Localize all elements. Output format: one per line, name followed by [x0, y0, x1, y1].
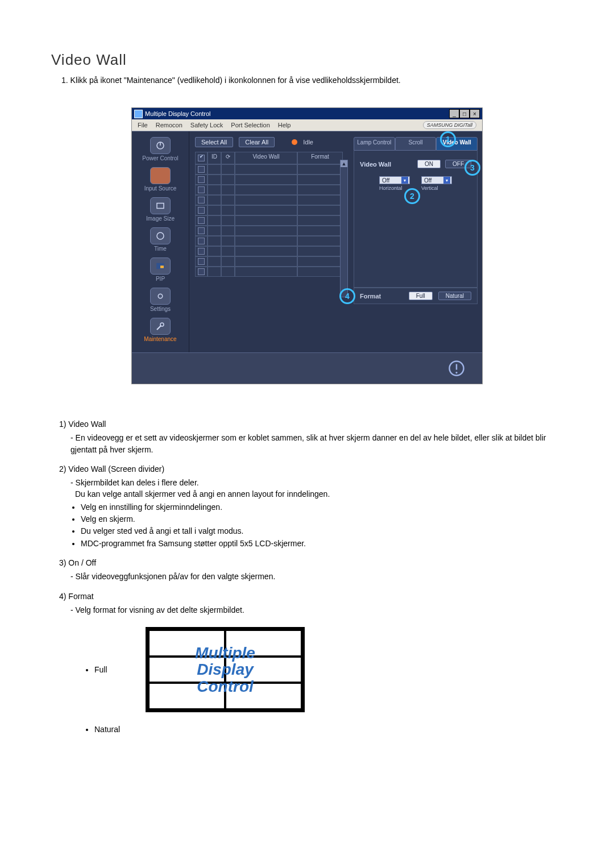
menu-safety-lock[interactable]: Safety Lock — [190, 122, 223, 128]
table-row[interactable] — [195, 267, 346, 277]
right-panel: Lamp Control Scroll Video Wall 1 Video W… — [349, 131, 482, 352]
row-checkbox[interactable] — [198, 238, 205, 244]
table-row[interactable] — [195, 185, 346, 195]
row-checkbox[interactable] — [198, 197, 205, 203]
sidebar-item-label: Maintenance — [133, 336, 188, 342]
chevron-down-icon: ▾ — [443, 177, 450, 184]
col-video-wall: Video Wall — [235, 152, 297, 164]
menu-remocon[interactable]: Remocon — [156, 122, 182, 128]
item-3-desc: - Slår videoveggfunksjonen på/av for den… — [70, 571, 563, 582]
row-checkbox[interactable] — [198, 217, 205, 224]
horizontal-caption: Horizontal — [379, 185, 410, 191]
svg-point-6 — [158, 294, 163, 298]
table-row[interactable] — [195, 246, 346, 256]
horizontal-select[interactable]: Off ▾ — [379, 176, 410, 184]
svg-rect-5 — [160, 265, 164, 268]
table-row[interactable] — [195, 175, 346, 185]
window-maximize-button[interactable]: □ — [459, 109, 470, 118]
pip-icon — [150, 258, 171, 275]
table-row[interactable] — [195, 256, 346, 267]
row-checkbox[interactable] — [198, 268, 205, 275]
sidebar: Power Control Input Source Image Size Ti… — [132, 131, 189, 352]
clear-all-button[interactable]: Clear All — [239, 137, 275, 147]
row-checkbox[interactable] — [198, 166, 205, 173]
vertical-scrollbar[interactable]: ▲ — [340, 160, 348, 297]
format-label: Format — [360, 293, 381, 300]
item-1-desc: - En videovegg er et sett av videoskjerm… — [70, 432, 563, 455]
vertical-select[interactable]: Off ▾ — [421, 176, 452, 184]
clock-icon — [150, 227, 171, 244]
sidebar-item-settings[interactable]: Settings — [133, 288, 188, 312]
sidebar-item-time[interactable]: Time — [133, 227, 188, 252]
menu-help[interactable]: Help — [278, 122, 291, 128]
idle-indicator-icon — [292, 139, 297, 145]
window-title: Multiple Display Control — [145, 110, 211, 117]
row-checkbox[interactable] — [198, 248, 205, 255]
idle-label: Idle — [303, 139, 313, 146]
diagram-line-1: Multiple — [195, 645, 255, 661]
col-format: Format — [297, 152, 343, 164]
item-2-bullet: Velg en innstilling for skjerminndelinge… — [81, 501, 563, 513]
input-source-icon — [150, 167, 171, 184]
menu-port-selection[interactable]: Port Selection — [231, 122, 269, 128]
wrench-icon — [150, 318, 171, 335]
callout-badge-1: 1 — [440, 131, 456, 147]
checkbox-header[interactable] — [198, 155, 205, 161]
diagram-line-2: Display — [197, 661, 254, 678]
sidebar-item-label: Input Source — [133, 185, 188, 192]
full-label: Full — [94, 664, 128, 675]
menu-bar: File Remocon Safety Lock Port Selection … — [132, 119, 482, 131]
sidebar-item-label: Power Control — [133, 155, 188, 161]
display-list-area: Select All Clear All Idle ID ⟳ Video Wal… — [189, 131, 349, 352]
sidebar-item-label: PIP — [133, 276, 188, 282]
table-row[interactable] — [195, 164, 346, 175]
vertical-caption: Vertical — [421, 185, 452, 191]
item-2-bullet: Velg en skjerm. — [81, 513, 563, 525]
tab-scroll[interactable]: Scroll — [395, 137, 437, 151]
row-checkbox[interactable] — [198, 258, 205, 265]
tab-lamp-control[interactable]: Lamp Control — [354, 137, 395, 151]
table-row[interactable] — [195, 226, 346, 236]
svg-rect-2 — [157, 203, 164, 209]
status-footer — [132, 352, 482, 384]
item-2-bullet: MDC-programmet fra Samsung støtter oppti… — [81, 538, 563, 549]
menu-file[interactable]: File — [138, 122, 148, 128]
select-all-button[interactable]: Select All — [195, 137, 233, 147]
item-2-desc-2: Du kan velge antall skjermer ved å angi … — [75, 488, 563, 500]
page-title: Video Wall — [51, 51, 563, 69]
sidebar-item-maintenance[interactable]: Maintenance — [133, 318, 188, 342]
mdc-window: Multiple Display Control _ □ × File Remo… — [131, 107, 483, 384]
format-natural-button[interactable]: Natural — [438, 292, 471, 300]
sidebar-item-pip[interactable]: PIP — [133, 258, 188, 282]
item-1-title: 1) Video Wall — [59, 418, 563, 430]
item-2-bullet: Du velger sted ved å angi et tall i valg… — [81, 525, 563, 537]
full-format-diagram: Multiple Display Control — [146, 627, 305, 712]
natural-label: Natural — [94, 724, 563, 735]
table-row[interactable] — [195, 236, 346, 246]
svg-point-7 — [160, 323, 164, 326]
row-checkbox[interactable] — [198, 176, 205, 183]
callout-badge-3: 3 — [464, 160, 480, 176]
sidebar-item-power[interactable]: Power Control — [133, 137, 188, 161]
on-button[interactable]: ON — [417, 160, 441, 168]
sidebar-item-label: Image Size — [133, 215, 188, 222]
col-id: ID — [208, 152, 221, 164]
item-2-desc-1: - Skjermbildet kan deles i flere deler. — [70, 477, 563, 488]
format-full-button[interactable]: Full — [409, 292, 433, 300]
col-status-icon: ⟳ — [221, 152, 235, 164]
explanation-section: 1) Video Wall - En videovegg er et sett … — [59, 418, 563, 735]
window-minimize-button[interactable]: _ — [449, 109, 459, 118]
scroll-up-icon[interactable]: ▲ — [341, 160, 347, 167]
sidebar-item-input[interactable]: Input Source — [133, 167, 188, 192]
row-checkbox[interactable] — [198, 186, 205, 193]
sidebar-item-label: Settings — [133, 306, 188, 312]
table-row[interactable] — [195, 205, 346, 215]
row-checkbox[interactable] — [198, 227, 205, 234]
sidebar-item-image-size[interactable]: Image Size — [133, 197, 188, 222]
table-row[interactable] — [195, 195, 346, 205]
table-row[interactable] — [195, 215, 346, 226]
row-checkbox[interactable] — [198, 207, 205, 214]
chevron-down-icon: ▾ — [401, 177, 408, 184]
warning-icon — [448, 360, 465, 377]
window-close-button[interactable]: × — [470, 109, 480, 118]
